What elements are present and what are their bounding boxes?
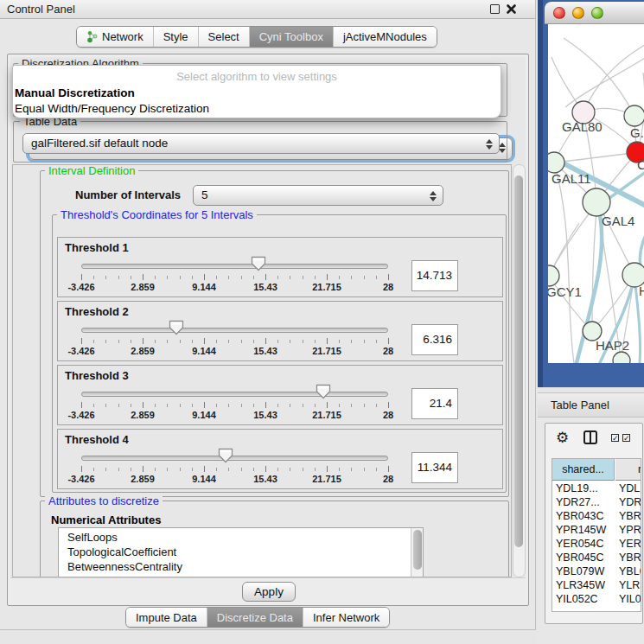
network-node[interactable] <box>613 352 630 363</box>
minimize-traffic-light-icon[interactable] <box>572 7 584 19</box>
table-cell: YPR145W <box>619 523 641 537</box>
list-vertical-scrollbar[interactable] <box>411 528 423 577</box>
threshold-value-input[interactable]: 11.344 <box>411 452 458 483</box>
float-window-icon[interactable] <box>490 4 500 14</box>
tick-label: -3.426 <box>55 346 107 356</box>
tick-mark <box>351 340 352 343</box>
column-header-shared-[interactable]: shared... <box>552 459 615 481</box>
tick-mark <box>277 468 278 471</box>
tick-label: 9.144 <box>178 282 230 292</box>
table-row[interactable]: YBR045CYBR045C <box>552 551 641 564</box>
checkbox-checked-icon[interactable]: ✓ <box>611 434 619 442</box>
tick-label: 9.144 <box>178 474 230 484</box>
tab-style[interactable]: Style <box>153 27 198 47</box>
threshold-value-input[interactable]: 6.316 <box>411 324 458 355</box>
table-row[interactable]: YER054CYER054C <box>552 537 641 551</box>
slider-thumb[interactable] <box>251 256 266 271</box>
tick-mark <box>327 338 328 344</box>
apply-button[interactable]: Apply <box>242 582 296 602</box>
tick-label: 15.43 <box>239 410 291 420</box>
network-edge[interactable] <box>592 202 597 331</box>
numerical-attributes-list[interactable]: SelfLoopsTopologicalCoefficientBetweenne… <box>58 527 424 577</box>
table-row[interactable]: YPR145WYPR145W <box>552 523 641 537</box>
tab-infer-network[interactable]: Infer Network <box>303 608 389 627</box>
scrollbar-thumb[interactable] <box>413 530 422 570</box>
table-cell: YBL079W <box>619 564 641 578</box>
network-edge[interactable] <box>564 38 634 116</box>
tick-mark <box>192 468 193 471</box>
tick-label: 28 <box>362 410 414 420</box>
tab-discretize-data[interactable]: Discretize Data <box>207 608 303 627</box>
tick-label: 15.43 <box>239 474 291 484</box>
table-row[interactable]: YLR345WYLR345W <box>552 578 641 592</box>
threshold-value-input[interactable]: 21.4 <box>411 388 458 419</box>
tick-mark <box>204 466 205 472</box>
network-node-gcy1[interactable] <box>548 265 559 286</box>
control-panel-window: Control Panel NetworkStyleSelectCyni Too… <box>0 0 536 630</box>
tick-mark <box>216 276 217 279</box>
network-canvas[interactable]: GAL80G.CGAL11GAL4GCY1HHAP2 <box>548 24 644 363</box>
network-node-gal4[interactable] <box>583 188 610 216</box>
network-icon <box>86 30 98 43</box>
tab-label: Style <box>163 30 188 43</box>
tab-cyni-toolbox[interactable]: Cyni Toolbox <box>249 27 333 47</box>
table-row[interactable]: YDR27...YDR27... <box>552 495 641 509</box>
tick-mark <box>118 468 119 471</box>
network-node-gal11[interactable] <box>548 152 564 173</box>
num-intervals-spinner[interactable]: 5 <box>193 185 443 206</box>
list-item[interactable]: TopologicalCoefficient <box>59 545 423 559</box>
tick-mark <box>180 340 181 343</box>
gear-icon[interactable]: ⚙ <box>556 429 569 446</box>
column-header-n[interactable]: n <box>615 459 641 481</box>
network-edge[interactable] <box>554 163 574 363</box>
table-row[interactable]: YBL079WYBL079W <box>552 564 641 578</box>
tab-impute-data[interactable]: Impute Data <box>126 608 207 627</box>
table-row[interactable]: YIL052CYIL052C <box>552 592 641 606</box>
tab-network[interactable]: Network <box>77 27 153 47</box>
tick-mark <box>93 468 94 471</box>
tab-select[interactable]: Select <box>198 27 249 47</box>
tick-label: 2.859 <box>117 474 169 484</box>
table-data-combo[interactable]: galFiltered.sif default node <box>22 133 500 154</box>
tick-mark <box>180 404 181 407</box>
vertical-scrollbar[interactable] <box>513 164 526 577</box>
threshold-panel: Threshold 1-3.4262.8599.14415.4321.71528… <box>57 237 503 297</box>
threshold-value-input[interactable]: 14.713 <box>411 260 458 291</box>
node-label: G. <box>630 125 644 140</box>
slider-thumb[interactable] <box>169 320 184 335</box>
close-traffic-light-icon[interactable] <box>553 7 565 19</box>
scrollbar-thumb[interactable] <box>514 175 523 547</box>
tick-mark <box>192 340 193 343</box>
network-edge[interactable] <box>565 55 644 107</box>
network-edge[interactable] <box>554 152 637 163</box>
algorithm-option-equal-width-frequency-discretization[interactable]: Equal Width/Frequency Discretization <box>15 101 499 116</box>
checkbox-checked-icon[interactable]: ✓ <box>622 434 630 442</box>
control-panel-titlebar: Control Panel <box>0 0 535 19</box>
slider-thumb[interactable] <box>316 384 331 399</box>
node-label: H <box>639 284 644 298</box>
tick-mark <box>180 276 181 279</box>
list-item[interactable]: SelfLoops <box>59 530 423 545</box>
tick-mark <box>364 468 365 471</box>
tick-mark <box>180 468 181 471</box>
table-row[interactable]: YBR043CYBR043C <box>552 509 641 523</box>
zoom-traffic-light-icon[interactable] <box>591 7 603 19</box>
tick-mark <box>93 404 94 407</box>
slider-thumb[interactable] <box>218 448 233 463</box>
tick-mark <box>364 340 365 343</box>
split-pane-icon[interactable] <box>583 430 597 444</box>
table-row[interactable]: YDL19...YDL19... <box>552 481 641 495</box>
tick-label: 2.859 <box>117 410 169 420</box>
tab-label: Network <box>102 30 143 43</box>
list-item[interactable]: BetweennessCentrality <box>59 559 423 574</box>
tab-jactivemnodules[interactable]: jActiveMNodules <box>333 27 437 47</box>
tick-mark <box>81 466 82 472</box>
tick-mark <box>265 338 266 344</box>
close-icon[interactable] <box>506 3 517 15</box>
network-node-g-[interactable] <box>624 105 644 126</box>
algorithm-option-manual-discretization[interactable]: Manual Discretization <box>15 86 499 100</box>
table-cell: YER054C <box>619 537 641 551</box>
tick-label: -3.426 <box>55 410 107 420</box>
network-edge[interactable] <box>583 45 644 112</box>
tick-mark <box>364 404 365 407</box>
